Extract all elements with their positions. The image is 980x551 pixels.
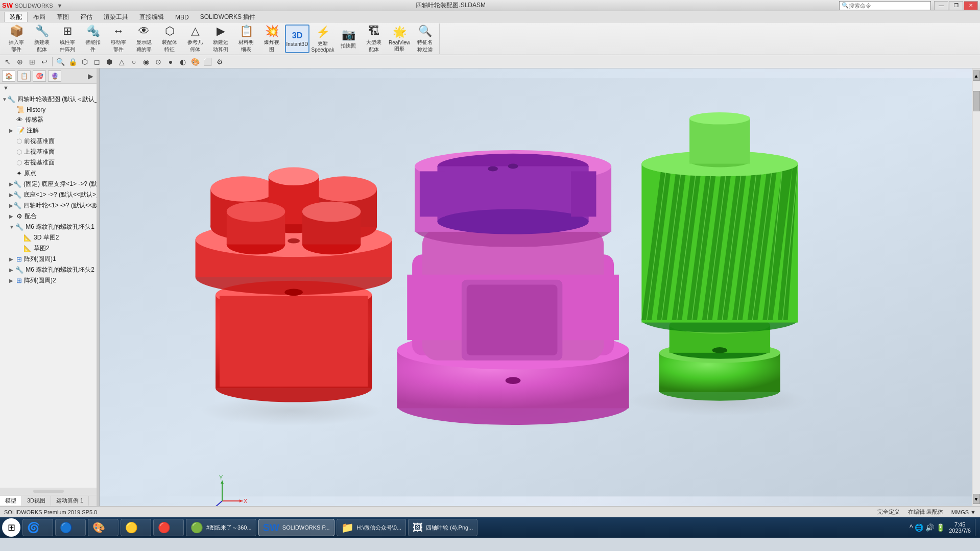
snapshot-button[interactable]: 📷 拍快照: [336, 25, 361, 53]
array2-label: 阵列(圆周)2: [24, 276, 56, 285]
tab-mbd[interactable]: MBD: [170, 12, 195, 22]
panel-tab-magic[interactable]: 🔮: [48, 70, 61, 82]
tree-top-plane-item[interactable]: ⬡ 上视基准面: [0, 147, 97, 157]
tab-3dview[interactable]: 3D视图: [22, 496, 51, 506]
tree-array2-item[interactable]: ▶ ⊞ 阵列(圆周)2: [0, 275, 97, 286]
sec-hex-btn[interactable]: ⬡: [79, 56, 90, 67]
tab-layout[interactable]: 布局: [28, 12, 51, 22]
tree-array1-item[interactable]: ▶ ⊞ 阵列(圆周)1: [0, 254, 97, 265]
taskbar-app-solidworks[interactable]: SW SOLIDWORKS P...: [258, 519, 334, 536]
new-motion-button[interactable]: ▶ 新建运动算例: [208, 25, 233, 53]
realview-button[interactable]: 🌟 RealView图形: [387, 25, 412, 53]
sec-white-btn[interactable]: ⬜: [202, 56, 213, 67]
tree-m6-1-item[interactable]: ▼ 🔧 M6 螺纹孔的螺纹孔坯头1: [0, 222, 97, 232]
cortana-icon: 🌀: [27, 521, 40, 534]
sec-solid-hex-btn[interactable]: ⬢: [104, 56, 115, 67]
sec-dot-btn[interactable]: ◉: [140, 56, 152, 67]
smart-fastener-button[interactable]: 🔩 智能扣件: [81, 25, 105, 53]
taskbar-app-360[interactable]: 🟢 #图纸来了～360...: [186, 519, 256, 536]
new-assembly-button[interactable]: 🔧 新建装配体: [30, 25, 54, 53]
tree-sketch2-item[interactable]: 📐 草图2: [0, 243, 97, 254]
taskbar-app-imageviewer[interactable]: 🖼 四轴叶轮 (4).Png...: [408, 519, 477, 536]
assembly-feature-button[interactable]: ⬡ 装配体特征: [157, 25, 182, 53]
sec-zoom-btn[interactable]: 🔍: [55, 56, 66, 67]
sec-circle-btn[interactable]: ○: [128, 56, 139, 67]
tree-base1-item[interactable]: ▶ 🔧 底座<1> ->? (默认<<默认>_显示状: [0, 189, 97, 200]
tree-mates-item[interactable]: ▶ ⚙ 配合: [0, 211, 97, 222]
tab-evaluate[interactable]: 评估: [75, 12, 98, 22]
ref-geometry-button[interactable]: △ 参考几何体: [183, 25, 207, 53]
instant3d-button[interactable]: 3D Instant3D: [285, 25, 309, 53]
close-button[interactable]: ✕: [964, 1, 978, 10]
bom-button[interactable]: 📋 材料明细表: [234, 25, 258, 53]
taskbar-app-red[interactable]: 🔴: [153, 519, 184, 536]
tree-fixed-support-item[interactable]: ▶ 🔧 (固定) 底座支撑<1> ->? (默认<<显: [0, 179, 97, 189]
tab-assembly[interactable]: 装配: [4, 12, 28, 22]
sec-grid-btn[interactable]: ⊞: [27, 56, 38, 67]
start-button[interactable]: ⊞: [2, 518, 20, 537]
show-desktop-btn[interactable]: [975, 519, 978, 536]
scroll-thumb-right[interactable]: [973, 91, 980, 111]
tab-plugins[interactable]: SOLIDWORKS 插件: [195, 12, 261, 22]
sec-settings-btn[interactable]: ⚙: [214, 56, 225, 67]
linear-array-button[interactable]: ⊞ 线性零件阵列: [55, 25, 80, 53]
panel-tab-list[interactable]: 📋: [17, 70, 31, 82]
tab-motion[interactable]: 运动算例 1: [51, 496, 89, 506]
tree-root-item[interactable]: ▼ 🔧 四轴叶轮装配图 (默认＜默认_显示状态-: [0, 94, 97, 105]
sec-fill-btn[interactable]: ●: [165, 56, 176, 67]
right-scrollbar[interactable]: ▲ ▼: [972, 68, 980, 506]
panel-scroll[interactable]: [0, 488, 97, 495]
viewport[interactable]: X Y Z: [100, 68, 972, 506]
sec-half-btn[interactable]: ◐: [177, 56, 188, 67]
svg-rect-40: [420, 171, 445, 217]
sec-undo-btn[interactable]: ↩: [39, 56, 50, 67]
tab-render[interactable]: 渲染工具: [98, 12, 134, 22]
sec-crosscircle-btn[interactable]: ⊙: [153, 56, 164, 67]
tree-right-plane-item[interactable]: ⬡ 右视基准面: [0, 157, 97, 168]
tree-sensors-item[interactable]: 👁 传感器: [0, 114, 97, 125]
minimize-button[interactable]: —: [934, 1, 948, 10]
editing-status: 在编辑 装配体: [908, 508, 943, 516]
tab-sketch[interactable]: 草图: [51, 12, 75, 22]
panel-expand-icon[interactable]: ▶: [87, 71, 94, 81]
speedpak-button[interactable]: ⚡ 更新Speedpak: [310, 25, 335, 53]
taskbar-app-cortana[interactable]: 🌀: [22, 519, 53, 536]
explode-button[interactable]: 💥 爆炸视图: [259, 25, 284, 53]
scroll-up-arrow[interactable]: ▲: [973, 70, 980, 81]
scroll-down-arrow[interactable]: ▼: [973, 494, 980, 504]
taskbar-app-explorer[interactable]: 📁 H:\微信公众号\0...: [337, 519, 406, 536]
tree-3dsketch-item[interactable]: 📐 3D 草图2: [0, 232, 97, 243]
taskbar-app-paint[interactable]: 🎨: [88, 519, 118, 536]
svg-point-46: [506, 377, 521, 384]
panel-tab-target[interactable]: 🎯: [33, 70, 46, 82]
restore-button[interactable]: ❐: [949, 1, 963, 10]
taskbar-clock[interactable]: 7:45 2023/7/6: [949, 521, 971, 534]
sec-tri-btn[interactable]: △: [116, 56, 127, 67]
taskbar-app-yellow[interactable]: 🟡: [121, 519, 151, 536]
tree-origin-item[interactable]: ✦ 原点: [0, 168, 97, 179]
tree-history-item[interactable]: 📜 History: [0, 105, 97, 114]
show-hidden-button[interactable]: 👁 显示隐藏的零: [132, 25, 156, 53]
insert-part-button[interactable]: 📦 插入零部件: [4, 25, 29, 53]
feature-filter-button[interactable]: 🔍 特征名称过滤: [413, 25, 437, 53]
tree-front-plane-item[interactable]: ⬡ 前视基准面: [0, 136, 97, 147]
units-selector[interactable]: MMGS ▼: [951, 509, 976, 515]
large-assembly-button[interactable]: 🏗 大型装配体: [362, 25, 386, 53]
tree-m6-2-item[interactable]: ▶ 🔧 M6 螺纹孔的螺纹孔坯头2: [0, 265, 97, 275]
tree-annotations-item[interactable]: ▶ 📝 注解: [0, 125, 97, 136]
sec-crosshair-btn[interactable]: ⊕: [14, 56, 26, 67]
tab-model[interactable]: 模型: [0, 496, 22, 506]
search-box[interactable]: 🔍: [839, 1, 931, 10]
sec-color-btn[interactable]: 🎨: [189, 56, 201, 67]
scroll-track[interactable]: [973, 81, 980, 494]
sec-lock-btn[interactable]: 🔒: [67, 56, 78, 67]
tab-direct-edit[interactable]: 直接编辑: [134, 12, 170, 22]
move-component-button[interactable]: ↔ 移动零部件: [106, 25, 131, 53]
tree-impeller-item[interactable]: ▶ 🔧 四轴叶轮<1> ->? (默认<<默认>_显: [0, 200, 97, 211]
sec-rect-btn[interactable]: ◻: [91, 56, 103, 67]
bom-icon: 📋: [240, 25, 253, 38]
search-input[interactable]: [849, 3, 920, 9]
panel-tab-home[interactable]: 🏠: [2, 70, 15, 82]
taskbar-app-browser[interactable]: 🔵: [55, 519, 86, 536]
sec-arrow-btn[interactable]: ↖: [2, 56, 13, 67]
